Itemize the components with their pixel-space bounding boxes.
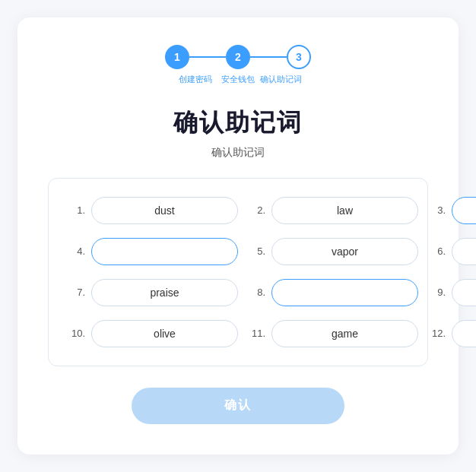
step-1-circle: 1	[165, 45, 189, 69]
word-item-6: 6.	[430, 238, 476, 265]
word-item-8: 8.	[250, 279, 418, 306]
step-line-1	[189, 56, 226, 58]
word-item-12: 12.	[430, 320, 476, 347]
word-number-8: 8.	[250, 287, 265, 298]
word-input-2[interactable]	[271, 197, 418, 224]
step-3-label: 确认助记词	[259, 74, 302, 84]
word-number-4: 4.	[70, 246, 85, 257]
word-input-8[interactable]	[271, 279, 418, 306]
word-input-5[interactable]	[271, 238, 418, 265]
subtitle: 确认助记词	[48, 146, 428, 160]
word-input-1[interactable]	[91, 197, 238, 224]
word-number-9: 9.	[430, 287, 446, 298]
stepper-labels: 创建密码 安全钱包 确认助记词	[174, 74, 302, 84]
word-number-2: 2.	[250, 204, 265, 216]
page-container: 1 2 3 创建密码 安全钱包 确认助记词 确认助记词 确认助记词 1.2.3.…	[17, 17, 459, 454]
word-grid-card: 1.2.3.4.5.6.7.8.9.10.11.12.	[48, 178, 428, 366]
word-input-12[interactable]	[452, 320, 476, 347]
word-item-3: 3.	[430, 197, 476, 224]
step-1-label: 创建密码	[174, 74, 217, 84]
word-input-3[interactable]	[452, 197, 476, 224]
word-number-1: 1.	[70, 204, 85, 216]
word-number-10: 10.	[70, 328, 85, 339]
word-item-11: 11.	[250, 320, 418, 347]
main-title: 确认助记词	[48, 106, 428, 140]
word-input-9[interactable]	[452, 279, 476, 306]
word-item-10: 10.	[70, 320, 238, 347]
word-input-11[interactable]	[271, 320, 418, 347]
word-number-6: 6.	[430, 246, 446, 257]
step-line-2	[250, 56, 287, 58]
stepper-dots: 1 2 3	[165, 45, 311, 69]
word-item-1: 1.	[70, 197, 238, 224]
word-item-7: 7.	[70, 279, 238, 306]
word-input-4[interactable]	[91, 238, 238, 265]
word-grid: 1.2.3.4.5.6.7.8.9.10.11.12.	[70, 197, 406, 347]
confirm-button[interactable]: 确认	[132, 388, 344, 424]
word-number-5: 5.	[250, 246, 265, 257]
stepper: 1 2 3 创建密码 安全钱包 确认助记词	[48, 45, 428, 84]
word-number-12: 12.	[430, 328, 446, 339]
step-2-circle: 2	[226, 45, 250, 69]
word-item-4: 4.	[70, 238, 238, 265]
word-input-7[interactable]	[91, 279, 238, 306]
word-item-5: 5.	[250, 238, 418, 265]
word-input-6[interactable]	[452, 238, 476, 265]
word-item-9: 9.	[430, 279, 476, 306]
word-number-11: 11.	[250, 328, 265, 339]
step-2-label: 安全钱包	[217, 74, 259, 84]
word-number-3: 3.	[430, 204, 446, 216]
word-input-10[interactable]	[91, 320, 238, 347]
word-item-2: 2.	[250, 197, 418, 224]
step-3-circle: 3	[287, 45, 311, 69]
word-number-7: 7.	[70, 287, 85, 298]
